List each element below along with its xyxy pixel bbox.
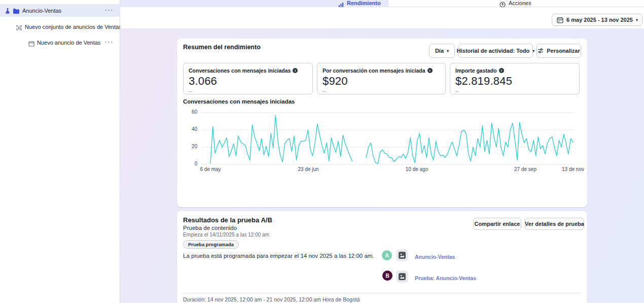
interval-dropdown[interactable]: Día ▾ bbox=[429, 44, 455, 58]
tab-acciones-label: Acciones bbox=[509, 0, 531, 6]
sliders-icon bbox=[538, 48, 544, 54]
x-axis-tick: 13 de nov bbox=[562, 166, 584, 172]
line-chart: 60 40 20 0 6 de may 23 de jun 10 de ago … bbox=[183, 109, 581, 175]
variant-a-link[interactable]: Anuncio-Ventas bbox=[415, 254, 455, 260]
calendar-icon bbox=[557, 17, 563, 23]
info-icon[interactable]: i bbox=[293, 68, 298, 73]
metric-amount-spent: Importe gastadoi $2.819.845 -- bbox=[450, 63, 580, 94]
share-link-button[interactable]: Compartir enlace bbox=[473, 218, 521, 230]
activity-history-dropdown[interactable]: Historial de actividad: Todo ▾ bbox=[458, 44, 533, 58]
x-axis-tick: 10 de ago bbox=[406, 166, 428, 172]
metric-value: 3.066 bbox=[189, 75, 307, 88]
metric-label: Conversaciones con mensajes iniciadasi bbox=[189, 68, 307, 74]
card-title: Resumen del rendimiento bbox=[183, 44, 261, 51]
sidebar-item-adset[interactable]: Nuevo conjunto de anuncios de Ventas ··· bbox=[0, 20, 120, 33]
sidebar-item-label: Anuncio-Ventas bbox=[22, 8, 61, 14]
more-options-icon[interactable]: ··· bbox=[105, 38, 114, 46]
activity-history-label: Historial de actividad: Todo bbox=[457, 48, 529, 54]
chart-title: Conversaciones con mensajes iniciadas bbox=[183, 98, 295, 105]
chart-plot-area bbox=[202, 110, 575, 167]
status-badge: Prueba programada bbox=[183, 240, 239, 249]
ab-test-type: Prueba de contenido bbox=[183, 225, 237, 231]
ad-frame-icon bbox=[28, 40, 34, 49]
info-icon[interactable]: i bbox=[427, 68, 433, 73]
y-axis-tick: 60 bbox=[183, 109, 197, 115]
metric-label: Por conversación con mensajes iniciadai bbox=[323, 68, 440, 74]
adset-grid-icon bbox=[16, 24, 22, 33]
sidebar-item-campaign[interactable]: Anuncio-Ventas ··· bbox=[0, 4, 120, 17]
sidebar-item-ad[interactable]: Nuevo anuncio de Ventas ··· bbox=[0, 36, 120, 49]
metric-value: $2.819.845 bbox=[455, 75, 574, 88]
tab-rendimiento[interactable]: Rendimiento bbox=[120, 0, 388, 7]
interval-label: Día bbox=[435, 48, 444, 54]
variant-b-avatar: B bbox=[382, 271, 392, 281]
info-icon[interactable]: i bbox=[499, 68, 504, 73]
metric-sub: -- bbox=[323, 88, 440, 94]
results-content-area: Resumen del rendimiento Día ▾ Historial … bbox=[120, 28, 644, 303]
y-axis-tick: 20 bbox=[183, 144, 197, 149]
test-duration: Duración: 14 nov 2025, 12:00 am - 21 nov… bbox=[183, 296, 360, 302]
more-options-icon[interactable]: ··· bbox=[105, 22, 114, 30]
performance-summary-card: Resumen del rendimiento Día ▾ Historial … bbox=[177, 39, 587, 207]
divider bbox=[183, 293, 581, 293]
y-axis-tick: 40 bbox=[183, 126, 197, 132]
view-test-details-button[interactable]: Ver detalles de prueba bbox=[525, 218, 584, 230]
ab-test-flask-icon bbox=[5, 7, 11, 16]
sidebar-item-label: Nuevo anuncio de Ventas bbox=[37, 40, 100, 46]
more-options-icon[interactable]: ··· bbox=[105, 6, 114, 14]
image-icon bbox=[399, 273, 406, 280]
metric-label: Importe gastadoi bbox=[455, 68, 574, 74]
chevron-down-icon: ▾ bbox=[447, 49, 449, 53]
chevron-down-icon: ▾ bbox=[532, 49, 534, 53]
customize-button[interactable]: Personalizar bbox=[536, 44, 581, 58]
x-axis-tick: 6 de may bbox=[200, 166, 221, 172]
metric-sub: -- bbox=[455, 88, 574, 94]
results-tab-bar: Rendimiento Acciones bbox=[120, 0, 644, 7]
tab-rendimiento-label: Rendimiento bbox=[347, 0, 381, 6]
metric-value: $920 bbox=[323, 75, 440, 88]
metric-sub: -- bbox=[189, 88, 307, 94]
date-range-label: 6 may 2025 - 13 nov 2025 bbox=[566, 17, 633, 23]
variant-a-avatar: A bbox=[382, 250, 392, 260]
chevron-down-icon: ▾ bbox=[636, 18, 638, 22]
x-axis-tick: 23 de jun bbox=[298, 166, 318, 172]
metric-conversations: Conversaciones con mensajes iniciadasi 3… bbox=[183, 63, 313, 94]
ab-scheduled-message: La prueba está programada para empezar e… bbox=[183, 253, 374, 259]
customize-label: Personalizar bbox=[547, 48, 580, 54]
ab-test-results-card: Resultados de la prueba A/B Prueba de co… bbox=[177, 211, 587, 303]
variant-b-thumbnail[interactable] bbox=[396, 271, 408, 283]
metric-cost-per-conversation: Por conversación con mensajes iniciadai … bbox=[317, 63, 446, 94]
variant-b-link[interactable]: Prueba: Anuncio-Ventas bbox=[415, 275, 476, 281]
toolbar-strip: 6 may 2025 - 13 nov 2025 ▾ bbox=[120, 7, 644, 28]
ab-start-note: Empieza el 14/11/2025 a las 12:00 am bbox=[183, 232, 269, 238]
x-axis-tick: 27 de sep bbox=[514, 166, 536, 172]
image-icon bbox=[399, 252, 406, 259]
campaign-tree-sidebar: Anuncio-Ventas ··· Nuevo conjunto de anu… bbox=[0, 0, 120, 303]
date-range-selector[interactable]: 6 may 2025 - 13 nov 2025 ▾ bbox=[552, 14, 642, 26]
variant-a-thumbnail[interactable] bbox=[396, 249, 408, 261]
campaign-folder-icon bbox=[13, 7, 20, 16]
ab-card-title: Resultados de la prueba A/B bbox=[183, 216, 272, 224]
y-axis-tick: 0 bbox=[183, 161, 197, 166]
